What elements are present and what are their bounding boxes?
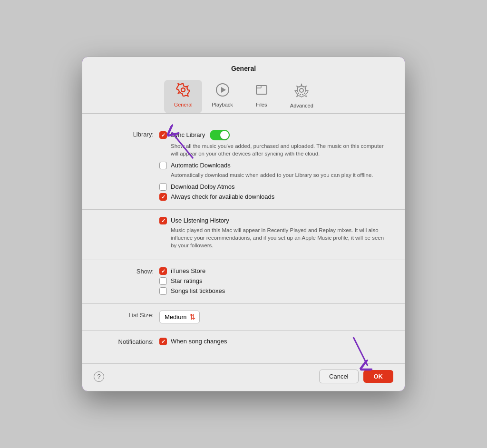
svg-point-5	[300, 88, 303, 92]
help-button[interactable]: ?	[94, 371, 104, 382]
toggle-knob	[220, 131, 229, 139]
sync-library-desc: Show all the music you've added, purchas…	[171, 142, 390, 157]
advanced-icon	[294, 83, 309, 101]
itunes-store-label: iTunes Store	[171, 267, 205, 274]
auto-downloads-option: Automatic Downloads	[159, 161, 390, 169]
tab-files[interactable]: Files	[243, 80, 281, 113]
dolby-checkbox[interactable]	[159, 183, 167, 191]
dropdown-arrow-icon: ⇅	[189, 312, 195, 321]
show-options: iTunes Store Star ratings Songs list tic…	[159, 267, 390, 297]
notifications-section: Notifications: When song changes	[82, 331, 405, 354]
auto-downloads-label: Automatic Downloads	[171, 162, 231, 169]
sync-library-label: Sync Library	[171, 131, 205, 138]
notifications-row: Notifications: When song changes	[82, 335, 405, 349]
itunes-store-checkbox[interactable]	[159, 267, 167, 275]
svg-marker-2	[221, 87, 226, 93]
settings-dialog: General General Playback	[82, 57, 405, 392]
list-size-options: Medium ⇅	[159, 311, 390, 323]
tab-playback[interactable]: Playback	[202, 80, 243, 113]
tab-files-label: Files	[256, 102, 267, 107]
list-size-dropdown[interactable]: Medium ⇅	[159, 311, 200, 323]
itunes-store-option: iTunes Store	[159, 267, 390, 275]
songs-tickboxes-label: Songs list tickboxes	[171, 287, 225, 294]
sync-library-option: Sync Library	[159, 130, 390, 140]
svg-point-0	[181, 88, 185, 92]
song-changes-checkbox[interactable]	[159, 338, 167, 345]
list-size-row: List Size: Medium ⇅	[82, 309, 405, 325]
tab-general[interactable]: General	[164, 80, 202, 113]
content-area: Library: Sync Library Show all the music…	[82, 114, 405, 364]
listening-history-label: Use Listening History	[171, 217, 229, 224]
notifications-options: When song changes	[159, 337, 390, 347]
general-icon	[176, 83, 190, 100]
svg-point-6	[297, 86, 306, 95]
star-ratings-checkbox[interactable]	[159, 277, 167, 285]
tab-advanced[interactable]: Advanced	[281, 80, 323, 113]
auto-downloads-desc: Automatically download music when added …	[171, 171, 390, 179]
always-check-option: Always check for available downloads	[159, 193, 390, 201]
history-label	[97, 216, 159, 217]
history-row: Use Listening History Music played on th…	[82, 214, 405, 255]
song-changes-option: When song changes	[159, 337, 390, 345]
tab-general-label: General	[174, 102, 193, 107]
sync-library-toggle[interactable]	[210, 130, 230, 140]
show-label: Show:	[97, 267, 159, 275]
show-row: Show: iTunes Store Star ratings Songs li…	[82, 265, 405, 299]
cancel-button[interactable]: Cancel	[319, 370, 358, 383]
history-options: Use Listening History Music played on th…	[159, 216, 390, 253]
history-section: Use Listening History Music played on th…	[82, 210, 405, 260]
dolby-option: Download Dolby Atmos	[159, 183, 390, 191]
playback-icon	[215, 83, 230, 100]
library-options: Sync Library Show all the music you've a…	[159, 130, 390, 203]
dolby-label: Download Dolby Atmos	[171, 183, 234, 190]
song-changes-label: When song changes	[171, 338, 227, 345]
tab-playback-label: Playback	[212, 102, 233, 107]
auto-downloads-checkbox[interactable]	[159, 162, 167, 169]
listening-history-desc: Music played on this Mac will appear in …	[171, 226, 390, 249]
sync-library-checkbox[interactable]	[159, 131, 167, 139]
svg-rect-3	[256, 86, 267, 94]
tab-advanced-label: Advanced	[290, 103, 313, 108]
library-section: Library: Sync Library Show all the music…	[82, 123, 405, 210]
always-check-label: Always check for available downloads	[171, 193, 274, 200]
listening-history-checkbox[interactable]	[159, 217, 167, 224]
toolbar: General Playback Files	[82, 78, 405, 114]
star-ratings-label: Star ratings	[171, 277, 202, 284]
footer-buttons: Cancel OK	[319, 370, 393, 383]
songs-tickboxes-checkbox[interactable]	[159, 287, 167, 295]
listening-history-option: Use Listening History	[159, 216, 390, 224]
dialog-footer: ? Cancel OK	[82, 363, 405, 391]
ok-button[interactable]: OK	[363, 370, 394, 383]
files-icon	[254, 83, 269, 100]
sync-library-row: Library: Sync Library Show all the music…	[82, 128, 405, 205]
songs-tickboxes-option: Songs list tickboxes	[159, 287, 390, 295]
show-section: Show: iTunes Store Star ratings Songs li…	[82, 260, 405, 304]
list-size-section: List Size: Medium ⇅	[82, 304, 405, 331]
star-ratings-option: Star ratings	[159, 277, 390, 285]
list-size-label: List Size:	[97, 311, 159, 319]
notifications-label: Notifications:	[97, 337, 159, 345]
svg-rect-4	[256, 86, 261, 88]
library-label: Library:	[97, 130, 159, 138]
always-check-checkbox[interactable]	[159, 193, 167, 201]
list-size-value: Medium	[165, 313, 186, 321]
dialog-title: General	[82, 57, 405, 78]
